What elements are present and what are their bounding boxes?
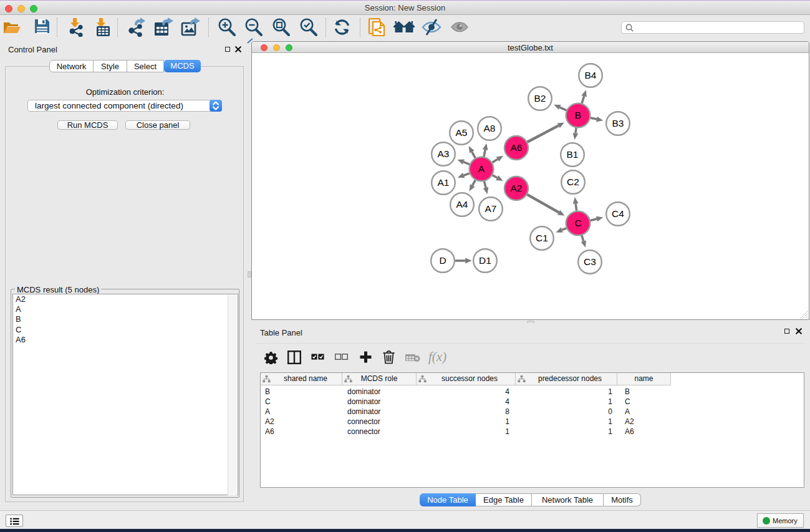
svg-text:B1: B1: [567, 149, 579, 160]
svg-text:A2: A2: [511, 183, 523, 193]
svg-text:A5: A5: [456, 127, 468, 138]
svg-text:A4: A4: [456, 199, 468, 210]
svg-text:A7: A7: [485, 203, 497, 214]
svg-text:A1: A1: [438, 177, 450, 188]
svg-text:B: B: [575, 110, 581, 120]
svg-text:A6: A6: [511, 142, 523, 153]
svg-text:B4: B4: [585, 70, 597, 80]
svg-text:B2: B2: [534, 93, 546, 104]
svg-text:A: A: [478, 163, 485, 174]
svg-text:C1: C1: [536, 233, 548, 243]
svg-text:A8: A8: [484, 123, 496, 133]
svg-text:A3: A3: [438, 148, 450, 159]
svg-text:B3: B3: [612, 118, 624, 128]
svg-text:D: D: [439, 255, 446, 266]
svg-text:C4: C4: [612, 208, 624, 219]
svg-text:C3: C3: [584, 256, 596, 267]
svg-text:C2: C2: [567, 177, 579, 187]
svg-text:C: C: [574, 218, 581, 228]
svg-text:D1: D1: [479, 255, 491, 266]
